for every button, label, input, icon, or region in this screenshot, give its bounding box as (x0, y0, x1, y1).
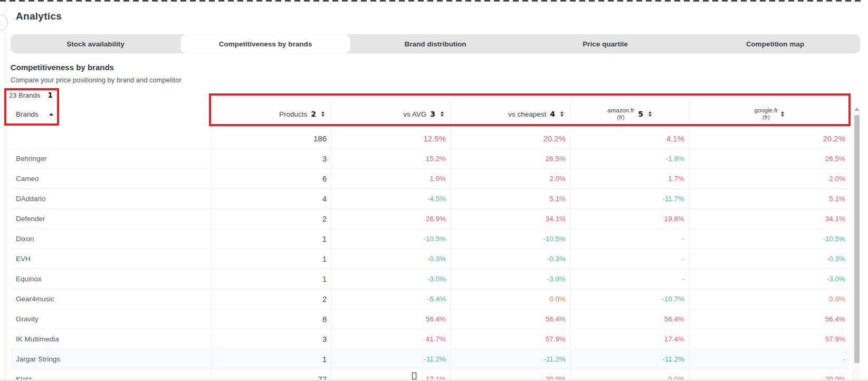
vs_cheapest-cell: -3.0% (450, 269, 570, 289)
section-title: Competitiveness by brands (11, 63, 114, 72)
google-cell: 57.9% (689, 329, 850, 349)
table-row[interactable]: EVH1-0.3%-0.3%--0.3% (11, 249, 850, 269)
products-cell: 1 (211, 249, 331, 269)
google-cell: - (689, 349, 850, 369)
tab-stock-availability[interactable]: Stock availability (11, 34, 180, 53)
amazon-cell: - (570, 269, 689, 289)
vs_cheapest-cell: 56.4% (450, 309, 570, 329)
brand-cell: DAddario (11, 189, 211, 208)
vs_avg-cell: 12.5% (331, 129, 450, 148)
vs_avg-cell: -11.2% (331, 349, 450, 369)
sort-down-arrow (781, 115, 784, 117)
section-subtitle: Compare your price positioning by brand … (11, 76, 182, 84)
column-header-brands[interactable]: Brands (11, 99, 211, 129)
products-cell: 1 (211, 229, 331, 249)
vs_cheapest-cell: -0.3% (450, 249, 570, 269)
google-cell: -0.3% (689, 249, 850, 269)
amazon-cell: 19.8% (570, 209, 689, 228)
amazon-cell: -1.8% (570, 149, 689, 168)
google-cell: 2.0% (689, 169, 850, 188)
amazon-cell: 1.7% (570, 169, 689, 188)
annotation-label-3: 3 (430, 110, 435, 118)
products-cell: 186 (211, 129, 331, 148)
vertical-scrollbar[interactable] (853, 104, 860, 381)
brand-cell: Jargar Strings (11, 349, 211, 369)
table-body: 18612.5%20.2%4.1%20.2%Behringer315.2%26.… (11, 129, 850, 381)
tab-brand-distribution[interactable]: Brand distribution (350, 34, 520, 53)
sidebar-collapse-button[interactable]: ‹ (0, 14, 8, 31)
table-row[interactable]: Gear4music2-5.4%0.0%-10.7%0.0% (11, 289, 850, 309)
column-header-products[interactable]: Products2 (211, 99, 331, 129)
vs_cheapest-cell: 34.1% (450, 209, 570, 228)
vs_cheapest-cell: 20.2% (450, 129, 570, 148)
tab-bar: Stock availabilityCompetitiveness by bra… (11, 34, 860, 53)
brand-cell: Gravity (11, 309, 211, 329)
sort-down-arrow (321, 115, 325, 117)
table-row[interactable]: Jargar Strings1-11.2%-11.2%-11.2%- (11, 349, 850, 369)
scroll-up-arrow-icon[interactable] (854, 108, 860, 111)
amazon-cell: -11.2% (570, 349, 689, 369)
amazon-cell: 56.4% (570, 309, 689, 329)
annotation-label-2: 2 (311, 110, 316, 118)
sort-up-arrow (648, 111, 652, 113)
products-cell: 2 (211, 289, 331, 309)
brand-cell: Cameo (11, 169, 211, 188)
table-row[interactable]: Cameo61.9%2.0%1.7%2.0% (11, 169, 850, 189)
google-cell: 20.2% (689, 129, 850, 148)
column-header-label: vs cheapest (508, 110, 546, 118)
brands-count: 23 Brands 1 (9, 91, 53, 99)
google-cell: -10.5% (689, 229, 850, 249)
sort-updown-icon (321, 111, 325, 117)
tab-competitiveness-by-brands[interactable]: Competitiveness by brands (180, 34, 350, 53)
tab-price-quartile[interactable]: Price quartile (520, 34, 690, 53)
table-row[interactable]: Dixon1-10.5%-10.5%--10.5% (11, 229, 850, 249)
table-row[interactable]: IK Multimedia341.7%57.9%17.4%57.9% (11, 329, 850, 349)
brand-cell (11, 129, 211, 148)
vs_avg-cell: 41.7% (331, 329, 450, 349)
brand-cell: Defender (11, 209, 211, 228)
google-cell: 56.4% (689, 309, 850, 329)
amazon-cell: -11.7% (570, 189, 689, 208)
sort-down-arrow (560, 115, 564, 117)
products-cell: 8 (211, 309, 331, 329)
amazon-cell: 4.1% (570, 129, 689, 148)
brand-cell: IK Multimedia (11, 329, 211, 349)
column-header-subtitle: (fr) (755, 114, 778, 121)
vs_avg-cell: -0.3% (331, 249, 450, 269)
amazon-cell: - (570, 249, 689, 269)
amazon-cell: - (570, 229, 689, 249)
brand-cell: EVH (11, 249, 211, 269)
vs_avg-cell: -4.5% (331, 189, 450, 208)
vs_avg-cell: 56.4% (331, 309, 450, 329)
table-row[interactable]: 18612.5%20.2%4.1%20.2% (11, 129, 850, 149)
sort-up-icon (49, 113, 53, 116)
scrollbar-thumb[interactable] (854, 115, 860, 363)
products-cell: 2 (211, 209, 331, 228)
table-row[interactable]: DAddario4-4.5%5.1%-11.7%5.1% (11, 189, 850, 209)
sort-updown-icon (648, 111, 652, 117)
google-cell: -3.0% (689, 269, 850, 289)
chevron-left-icon: ‹ (0, 19, 1, 27)
brand-cell: Dixon (11, 229, 211, 249)
table-row[interactable]: Gravity856.4%56.4%56.4%56.4% (11, 309, 850, 329)
vs_cheapest-cell: 26.5% (450, 149, 570, 168)
table-row[interactable]: Equinox1-3.0%-3.0%--3.0% (11, 269, 850, 289)
column-header-google-fr[interactable]: google.fr(fr) (689, 99, 850, 129)
vs_cheapest-cell: 57.9% (450, 329, 570, 349)
vs_cheapest-cell: 0.0% (450, 289, 570, 309)
amazon-cell: 17.4% (570, 329, 689, 349)
column-header-label: vs AVG (403, 110, 426, 118)
table-row[interactable]: Behringer315.2%26.5%-1.8%26.5% (11, 149, 850, 169)
analytics-page: ‹ Analytics Stock availabilityCompetitiv… (0, 0, 868, 381)
column-header-vs-avg[interactable]: vs AVG3 (331, 99, 450, 129)
vs_avg-cell: -5.4% (331, 289, 450, 309)
brands-count-label: 23 Brands (9, 91, 40, 99)
products-cell: 6 (211, 169, 331, 188)
brand-cell: Behringer (11, 149, 211, 168)
column-header-label: Products (279, 110, 307, 118)
column-header-amazon-fr[interactable]: amazon.fr(fr)5 (570, 99, 689, 129)
tab-competition-map[interactable]: Competition map (690, 34, 860, 53)
table-row[interactable]: Defender226.9%34.1%19.8%34.1% (11, 209, 850, 229)
column-header-vs-cheapest[interactable]: vs cheapest4 (450, 99, 570, 129)
sort-down-arrow (648, 115, 652, 117)
